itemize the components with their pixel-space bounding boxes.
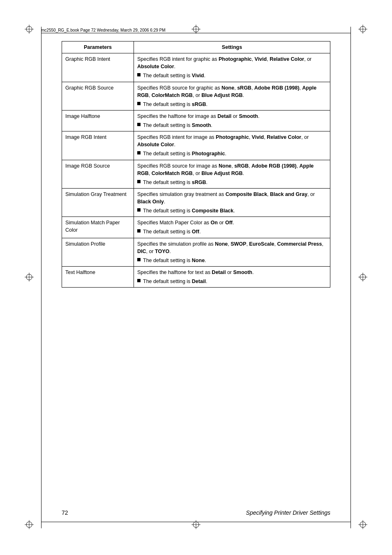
header-text: mc2550_RG_E.book Page 72 Wednesday, Marc…	[41, 28, 351, 32]
reg-mark-br	[358, 520, 367, 530]
left-border	[41, 27, 42, 528]
default-text: The default setting is Off.	[143, 228, 201, 235]
page-container: mc2550_RG_E.book Page 72 Wednesday, Marc…	[0, 0, 392, 555]
default-text: The default setting is None.	[143, 257, 206, 264]
page-number: 72	[62, 509, 68, 516]
bullet-item: The default setting is sRGB.	[137, 179, 327, 186]
main-content: Parameters Settings Graphic RGB Intent S…	[62, 41, 330, 473]
header-area: mc2550_RG_E.book Page 72 Wednesday, Marc…	[41, 28, 351, 36]
setting-cell: Specifies the simulation profile as None…	[134, 238, 330, 266]
param-cell: Image RGB Source	[62, 160, 134, 188]
bullet-icon	[137, 208, 141, 212]
param-cell: Graphic RGB Intent	[62, 53, 134, 82]
setting-cell: Specifies RGB source for image as None, …	[134, 160, 330, 188]
setting-cell: Specifies the halftone for image as Deta…	[134, 110, 330, 131]
reg-mark-tr	[358, 25, 367, 35]
bullet-item: The default setting is None.	[137, 257, 327, 264]
bullet-item: The default setting is Detail.	[137, 278, 327, 285]
setting-cell: Specifies RGB intent for image as Photog…	[134, 131, 330, 160]
col-header-settings: Settings	[134, 41, 330, 53]
bottom-border	[41, 522, 351, 522]
default-text: The default setting is Composite Black.	[143, 207, 235, 214]
bullet-item: The default setting is Photographic.	[137, 150, 327, 157]
param-cell-simulation-profile: Simulation Profile	[62, 238, 134, 266]
reg-mark-rm	[358, 272, 367, 283]
param-cell: Image Halftone	[62, 110, 134, 131]
bullet-icon	[137, 123, 141, 126]
bullet-icon	[137, 279, 141, 282]
default-text: The default setting is sRGB.	[143, 179, 208, 186]
bullet-icon	[137, 229, 141, 233]
param-cell: Simulation Match Paper Color	[62, 217, 134, 238]
bullet-icon	[137, 73, 141, 76]
bullet-item: The default setting is Smooth.	[137, 122, 327, 129]
table-row: Graphic RGB Source Specifies RGB source …	[62, 82, 330, 110]
col-header-parameters: Parameters	[62, 41, 134, 53]
table-row: Simulation Gray Treatment Specifies simu…	[62, 188, 330, 216]
right-border	[350, 27, 351, 528]
setting-cell: Specifies RGB intent for graphic as Phot…	[134, 53, 330, 82]
bullet-icon	[137, 180, 141, 183]
default-text: The default setting is Photographic.	[143, 150, 226, 157]
reg-mark-bl	[25, 520, 34, 530]
reg-mark-lm	[25, 272, 34, 283]
default-text: The default setting is Smooth.	[143, 122, 212, 129]
table-row: Image RGB Source Specifies RGB source fo…	[62, 160, 330, 188]
table-row: Image RGB Intent Specifies RGB intent fo…	[62, 131, 330, 160]
setting-cell: Specifies RGB source for graphic as None…	[134, 82, 330, 110]
param-cell: Graphic RGB Source	[62, 82, 134, 110]
footer-title: Specifying Printer Driver Settings	[246, 509, 330, 516]
bullet-item: The default setting is sRGB.	[137, 101, 327, 108]
param-cell: Text Halftone	[62, 266, 134, 287]
setting-cell: Specifies Match Paper Color as On or Off…	[134, 217, 330, 238]
default-text: The default setting is Vivid.	[143, 72, 205, 79]
setting-cell: Specifies simulation gray treatment as C…	[134, 188, 330, 216]
reg-mark-tl	[25, 25, 34, 35]
table-row: Image Halftone Specifies the halftone fo…	[62, 110, 330, 131]
bullet-item: The default setting is Vivid.	[137, 72, 327, 79]
default-text: The default setting is Detail.	[143, 278, 207, 285]
bullet-icon	[137, 102, 141, 105]
table-row: Text Halftone Specifies the halftone for…	[62, 266, 330, 287]
settings-table: Parameters Settings Graphic RGB Intent S…	[62, 41, 330, 288]
setting-cell: Specifies the halftone for text as Detai…	[134, 266, 330, 287]
default-text: The default setting is sRGB.	[143, 101, 208, 108]
footer-area: 72 Specifying Printer Driver Settings	[0, 509, 392, 516]
bullet-item: The default setting is Off.	[137, 228, 327, 235]
table-row: Simulation Profile Specifies the simulat…	[62, 238, 330, 266]
param-cell: Simulation Gray Treatment	[62, 188, 134, 216]
bullet-icon	[137, 151, 141, 154]
table-header-row: Parameters Settings	[62, 41, 330, 53]
bullet-item: The default setting is Composite Black.	[137, 207, 327, 214]
table-row: Simulation Match Paper Color Specifies M…	[62, 217, 330, 238]
table-row: Graphic RGB Intent Specifies RGB intent …	[62, 53, 330, 82]
param-cell: Image RGB Intent	[62, 131, 134, 160]
bullet-icon	[137, 258, 141, 261]
